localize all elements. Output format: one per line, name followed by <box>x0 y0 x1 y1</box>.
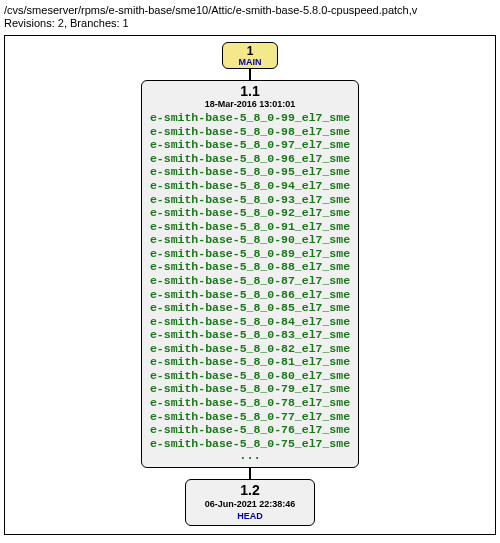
revision-number: 1.1 <box>150 84 350 99</box>
tag-item: e-smith-base-5_8_0-82_el7_sme <box>150 342 350 356</box>
tag-item: e-smith-base-5_8_0-84_el7_sme <box>150 315 350 329</box>
tag-item: e-smith-base-5_8_0-78_el7_sme <box>150 396 350 410</box>
tag-item: e-smith-base-5_8_0-95_el7_sme <box>150 165 350 179</box>
branch-number: 1 <box>233 45 267 58</box>
tag-item: e-smith-base-5_8_0-91_el7_sme <box>150 220 350 234</box>
tag-item: e-smith-base-5_8_0-99_el7_sme <box>150 111 350 125</box>
branch-name: MAIN <box>233 58 267 67</box>
graph-edge <box>249 468 251 479</box>
graph-edge <box>249 69 251 80</box>
head-label: HEAD <box>194 511 306 522</box>
tag-item: e-smith-base-5_8_0-90_el7_sme <box>150 233 350 247</box>
tag-item: e-smith-base-5_8_0-87_el7_sme <box>150 274 350 288</box>
tag-item: e-smith-base-5_8_0-88_el7_sme <box>150 260 350 274</box>
tag-item: e-smith-base-5_8_0-77_el7_sme <box>150 410 350 424</box>
revision-node-1-1[interactable]: 1.1 18-Mar-2016 13:01:01 e-smith-base-5_… <box>141 80 359 468</box>
tag-item: e-smith-base-5_8_0-86_el7_sme <box>150 288 350 302</box>
revisions-summary: Revisions: 2, Branches: 1 <box>4 17 500 29</box>
tag-item: e-smith-base-5_8_0-80_el7_sme <box>150 369 350 383</box>
file-path: /cvs/smeserver/rpms/e-smith-base/sme10/A… <box>4 4 500 16</box>
tag-list: e-smith-base-5_8_0-99_el7_smee-smith-bas… <box>150 111 350 450</box>
tags-ellipsis: ... <box>150 450 350 463</box>
revision-date: 06-Jun-2021 22:38:46 <box>194 499 306 510</box>
revision-date: 18-Mar-2016 13:01:01 <box>150 99 350 110</box>
tag-item: e-smith-base-5_8_0-75_el7_sme <box>150 437 350 451</box>
tag-item: e-smith-base-5_8_0-89_el7_sme <box>150 247 350 261</box>
tag-item: e-smith-base-5_8_0-92_el7_sme <box>150 206 350 220</box>
revision-node-1-2[interactable]: 1.2 06-Jun-2021 22:38:46 HEAD <box>185 479 315 526</box>
tag-item: e-smith-base-5_8_0-96_el7_sme <box>150 152 350 166</box>
tag-item: e-smith-base-5_8_0-85_el7_sme <box>150 301 350 315</box>
branch-node-main[interactable]: 1 MAIN <box>222 42 278 69</box>
tag-item: e-smith-base-5_8_0-97_el7_sme <box>150 138 350 152</box>
tag-item: e-smith-base-5_8_0-98_el7_sme <box>150 125 350 139</box>
tag-item: e-smith-base-5_8_0-94_el7_sme <box>150 179 350 193</box>
tag-item: e-smith-base-5_8_0-79_el7_sme <box>150 382 350 396</box>
tag-item: e-smith-base-5_8_0-76_el7_sme <box>150 423 350 437</box>
tag-item: e-smith-base-5_8_0-81_el7_sme <box>150 355 350 369</box>
tag-item: e-smith-base-5_8_0-93_el7_sme <box>150 193 350 207</box>
revision-number: 1.2 <box>194 483 306 498</box>
revision-graph: 1 MAIN 1.1 18-Mar-2016 13:01:01 e-smith-… <box>4 35 496 535</box>
tag-item: e-smith-base-5_8_0-83_el7_sme <box>150 328 350 342</box>
